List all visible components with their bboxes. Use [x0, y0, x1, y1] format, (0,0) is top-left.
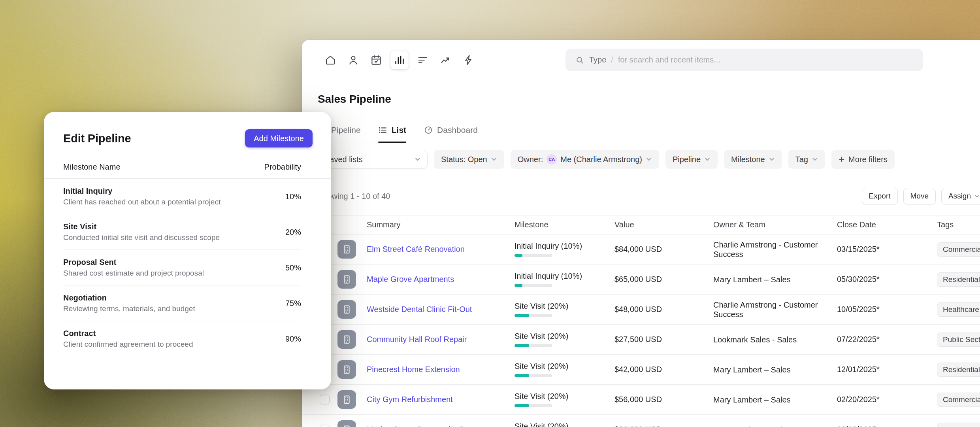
milestone-progress: [514, 374, 552, 377]
milestone-probability: 20%: [285, 228, 301, 237]
person-icon[interactable]: [344, 51, 362, 69]
column-header[interactable]: Close Date: [837, 220, 937, 229]
milestone-row[interactable]: Contract Client confirmed agreement to p…: [63, 321, 301, 356]
tag-chip: Commercial: [937, 423, 980, 427]
owner-cell: Mary Lambert – Sales: [713, 395, 837, 404]
value-cell: $56,000 USD: [614, 395, 713, 404]
list-action-bar: Showing 1 - 10 of 40 Export Move Assign: [318, 188, 980, 204]
table-header: Summary Milestone Value Owner & Team Clo…: [302, 215, 980, 234]
tab-label: Pipeline: [331, 125, 361, 135]
calendar-check-icon[interactable]: [367, 51, 385, 69]
deals-table: Summary Milestone Value Owner & Team Clo…: [302, 215, 980, 427]
tag-chip: Residential: [937, 272, 980, 287]
export-button[interactable]: Export: [862, 188, 898, 204]
filter-chip-tag[interactable]: Tag: [788, 150, 825, 169]
chevron-down-icon: [769, 156, 775, 162]
filter-lines-icon[interactable]: [414, 51, 432, 69]
filter-chip-pipeline[interactable]: Pipeline: [665, 150, 718, 169]
close-date-cell: 02/20/2025*: [837, 395, 937, 404]
record-link[interactable]: Market Street Community Centre: [367, 425, 482, 427]
milestone-row[interactable]: Negotiation Reviewing terms, materials, …: [63, 285, 301, 321]
value-cell: $84,000 USD: [614, 245, 713, 254]
line-chart-icon[interactable]: [437, 51, 455, 69]
close-date-cell: 12/01/2025*: [837, 365, 937, 374]
record-link[interactable]: Pinecrest Home Extension: [367, 365, 460, 374]
global-search[interactable]: Type / for search and recent items...: [565, 49, 923, 71]
zap-icon[interactable]: [460, 51, 478, 69]
column-header[interactable]: Value: [614, 220, 713, 229]
close-date-cell: 05/30/2025*: [837, 275, 937, 284]
table-row[interactable]: Community Hall Roof Repair Site Visit (2…: [302, 325, 980, 355]
milestone-row[interactable]: Initial Inquiry Client has reached out a…: [63, 179, 301, 214]
modal-header: Edit Pipeline Add Milestone: [44, 112, 331, 147]
milestone-progress: [514, 404, 552, 407]
chevron-down-icon: [812, 156, 818, 162]
page-title: Sales Pipeline: [318, 92, 980, 106]
table-row[interactable]: Elm Street Café Renovation Initial Inqui…: [302, 234, 980, 265]
building-icon: [337, 240, 356, 259]
milestone-label: Site Visit (20%): [514, 392, 614, 401]
record-link[interactable]: Community Hall Roof Repair: [367, 335, 467, 344]
record-link[interactable]: City Gym Refurbishment: [367, 395, 453, 404]
filter-chip-owner[interactable]: Owner: CA Me (Charlie Armstrong): [511, 150, 659, 169]
edit-pipeline-modal: Edit Pipeline Add Milestone Milestone Na…: [44, 112, 331, 389]
add-milestone-button[interactable]: Add Milestone: [245, 129, 313, 147]
milestone-description: Shared cost estimate and project proposa…: [63, 269, 204, 278]
plus-icon: [839, 156, 845, 162]
search-placeholder: for search and recent items...: [618, 55, 720, 64]
value-cell: $48,000 USD: [614, 305, 713, 314]
saved-lists-select[interactable]: Saved lists: [318, 150, 428, 169]
export-label: Export: [869, 192, 891, 200]
table-row[interactable]: City Gym Refurbishment Site Visit (20%) …: [302, 385, 980, 415]
move-button[interactable]: Move: [903, 188, 936, 204]
list-actions: Export Move Assign: [862, 188, 980, 204]
record-link[interactable]: Elm Street Café Renovation: [367, 245, 465, 253]
search-slash: /: [611, 55, 613, 64]
record-link[interactable]: Westside Dental Clinic Fit-Out: [367, 305, 472, 314]
owner-cell: Lookmark Sales - Sales: [713, 335, 837, 344]
more-filters-button[interactable]: More filters: [831, 150, 895, 169]
filter-chip-milestone[interactable]: Milestone: [724, 150, 782, 169]
home-icon[interactable]: [321, 51, 339, 69]
assign-button[interactable]: Assign: [941, 188, 980, 204]
more-filters-label: More filters: [848, 155, 888, 164]
value-cell: $42,000 USD: [614, 365, 713, 374]
building-icon: [337, 330, 356, 349]
table-row[interactable]: Maple Grove Apartments Initial Inquiry (…: [302, 265, 980, 295]
milestone-filter-label: Milestone: [731, 155, 765, 164]
column-header[interactable]: Owner & Team: [713, 220, 837, 229]
milestone-row[interactable]: Proposal Sent Shared cost estimate and p…: [63, 250, 301, 285]
tag-chip: Commercial: [937, 242, 980, 257]
table-row[interactable]: Westside Dental Clinic Fit-Out Site Visi…: [302, 295, 980, 325]
milestone-probability: 10%: [285, 192, 301, 201]
move-label: Move: [910, 192, 929, 200]
value-cell: $65,000 USD: [614, 275, 713, 284]
bar-chart-icon[interactable]: [390, 51, 409, 70]
tab-list[interactable]: List: [378, 125, 406, 142]
record-link[interactable]: Maple Grove Apartments: [367, 275, 454, 283]
tab-dashboard[interactable]: Dashboard: [424, 125, 478, 142]
column-header[interactable]: Tags: [937, 220, 980, 229]
building-icon: [337, 390, 356, 409]
milestone-label: Site Visit (20%): [514, 302, 614, 311]
close-date-cell: 03/18/2025*: [837, 425, 937, 427]
value-cell: $27,500 USD: [614, 335, 713, 344]
building-icon: [337, 300, 356, 319]
milestone-row[interactable]: Site Visit Conducted initial site visit …: [63, 214, 301, 250]
row-checkbox[interactable]: [320, 425, 330, 427]
column-header[interactable]: Summary: [367, 220, 514, 229]
milestone-label: Site Visit (20%): [514, 332, 614, 341]
pipeline-filter-label: Pipeline: [673, 155, 701, 164]
chevron-down-icon: [974, 193, 980, 199]
tag-chip: Public Sector: [937, 333, 980, 347]
tag-chip: Residential: [937, 363, 980, 377]
tab-label: List: [392, 125, 406, 135]
owner-filter-value: Me (Charlie Armstrong): [560, 155, 642, 164]
table-row[interactable]: Market Street Community Centre Site Visi…: [302, 415, 980, 427]
table-row[interactable]: Pinecrest Home Extension Site Visit (20%…: [302, 355, 980, 385]
milestone-progress: [514, 284, 552, 287]
row-checkbox[interactable]: [320, 395, 330, 404]
filter-chip-status[interactable]: Status: Open: [434, 150, 504, 169]
column-header[interactable]: Milestone: [514, 220, 614, 229]
value-cell: $36,000 USD: [614, 425, 713, 427]
